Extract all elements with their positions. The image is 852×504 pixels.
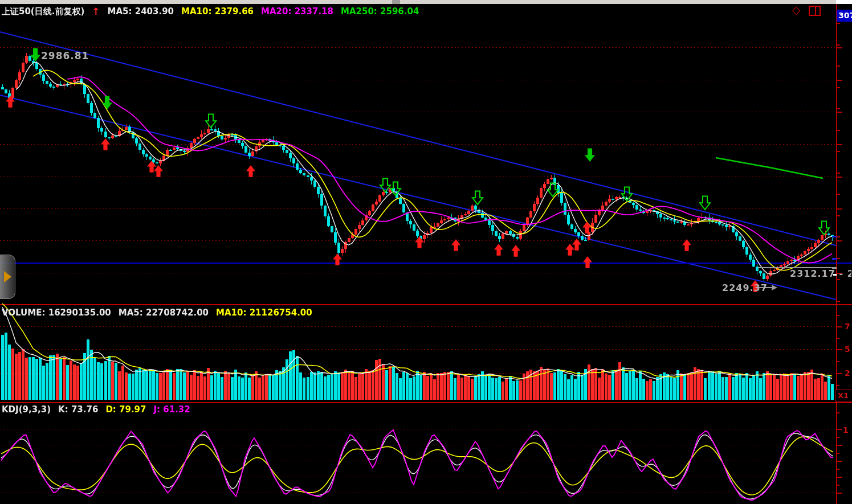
top-strip-corner xyxy=(836,0,852,4)
kdj-k-value: K: 73.76 xyxy=(58,404,98,415)
kdj-label: KDJ(9,3,3) xyxy=(2,404,51,415)
volume-value: VOLUME: 16290135.00 xyxy=(2,308,111,318)
low-price-label: 2249.37 xyxy=(722,282,768,293)
diamond-tool-icon[interactable]: ◇ xyxy=(792,3,801,16)
volume-ma10-value: MA10: 21126754.00 xyxy=(216,308,312,318)
kdj-header: KDJ(9,3,3) K: 73.76 D: 79.97 J: 61.32 xyxy=(2,404,190,415)
volume-axis-tick: 5 xyxy=(845,345,850,354)
tdx-chart-window: 上证50(日线.前复权) ↑ MA5: 2403.90 MA10: 2379.6… xyxy=(0,0,852,504)
panel-expand-handle[interactable] xyxy=(0,255,15,299)
volume-ma5-value: MA5: 22708742.00 xyxy=(119,308,209,318)
peak-price-label: 2986.81 xyxy=(41,50,89,62)
volume-axis-tick: 7 xyxy=(845,322,850,331)
ma10-value: MA10: 2379.66 xyxy=(181,6,254,17)
top-window-strip xyxy=(0,0,852,4)
ma250-value: MA250: 2596.04 xyxy=(341,6,419,17)
ma5-value: MA5: 2403.90 xyxy=(108,6,174,17)
kdj-j-value: J: 61.32 xyxy=(154,404,190,415)
kdj-axis-tick: 1 xyxy=(843,425,849,435)
price-axis-top-value: 307 xyxy=(837,10,852,22)
chart-canvas[interactable] xyxy=(0,0,852,504)
volume-multiplier-box: X1 xyxy=(835,390,852,401)
stock-title: 上证50(日线.前复权) xyxy=(2,6,84,17)
price-range-label: 2312.17 - 2 xyxy=(790,268,851,279)
split-screen-divider xyxy=(815,7,816,15)
trend-up-arrow-icon: ↑ xyxy=(92,6,100,17)
expand-triangle-icon xyxy=(4,271,11,282)
ma20-value: MA20: 2337.18 xyxy=(261,6,333,17)
volume-axis-tick: 2 xyxy=(845,368,850,378)
volume-header: VOLUME: 16290135.00 MA5: 22708742.00 MA1… xyxy=(2,308,312,318)
main-chart-header: 上证50(日线.前复权) ↑ MA5: 2403.90 MA10: 2379.6… xyxy=(2,6,419,17)
kdj-d-value: D: 79.97 xyxy=(105,404,146,415)
top-strip-notch xyxy=(392,0,400,4)
split-screen-icon[interactable] xyxy=(809,6,821,16)
